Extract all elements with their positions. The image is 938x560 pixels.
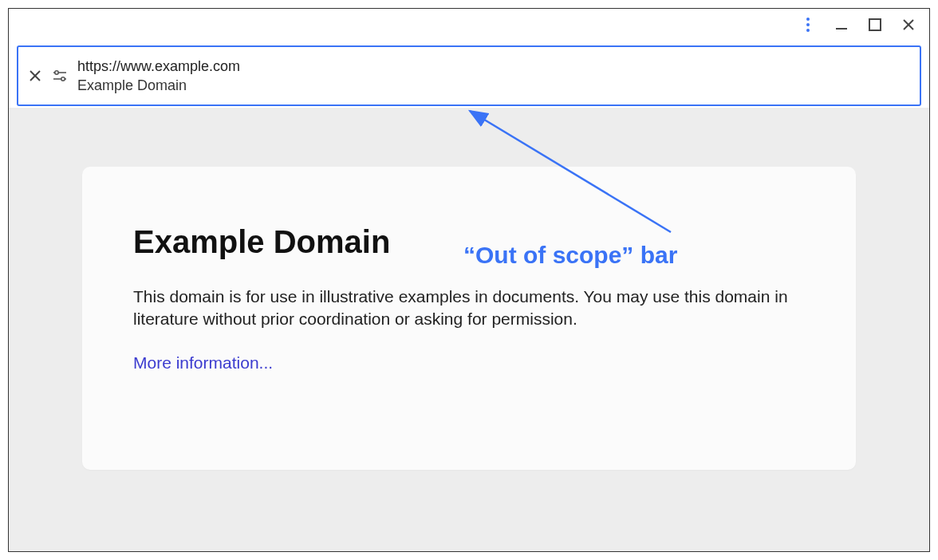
svg-point-12	[61, 77, 65, 81]
svg-rect-4	[869, 19, 881, 30]
scope-title: Example Domain	[77, 76, 240, 95]
window-titlebar	[9, 9, 929, 41]
content-area: Example Domain This domain is for use in…	[9, 108, 929, 551]
page-heading: Example Domain	[133, 224, 805, 260]
minimize-icon[interactable]	[834, 17, 849, 33]
scope-close-icon[interactable]	[30, 70, 41, 81]
scope-url: https://www.example.com	[77, 57, 240, 76]
svg-point-1	[806, 23, 810, 26]
svg-point-0	[806, 18, 810, 21]
out-of-scope-bar: https://www.example.com Example Domain	[17, 45, 921, 106]
close-icon[interactable]	[901, 17, 916, 33]
more-info-link[interactable]: More information...	[133, 353, 273, 372]
kebab-menu-icon[interactable]	[800, 17, 816, 33]
app-window: https://www.example.com Example Domain E…	[8, 8, 930, 552]
svg-rect-3	[836, 28, 847, 30]
page-body: This domain is for use in illustrative e…	[133, 286, 795, 331]
sliders-icon[interactable]	[52, 68, 68, 84]
svg-point-10	[55, 71, 58, 74]
svg-point-2	[806, 29, 810, 32]
content-card: Example Domain This domain is for use in…	[82, 167, 856, 470]
scope-url-block: https://www.example.com Example Domain	[77, 57, 240, 96]
maximize-icon[interactable]	[867, 17, 883, 33]
